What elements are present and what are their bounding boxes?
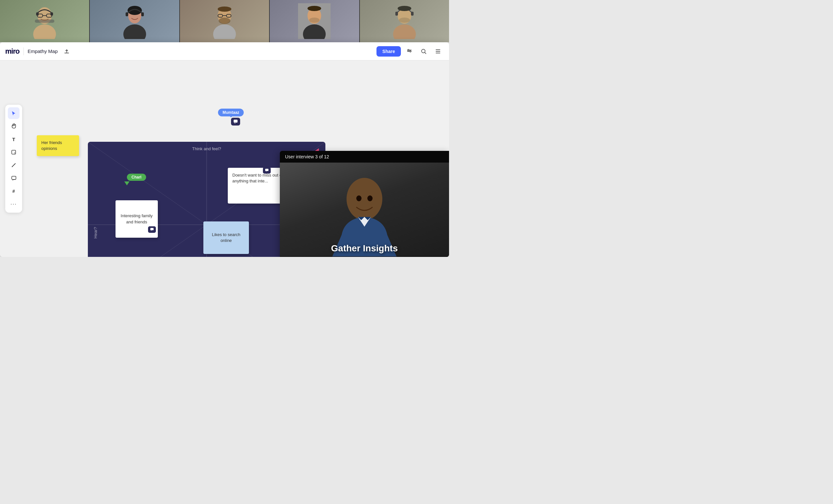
svg-point-14 (213, 24, 236, 39)
video-participant-3 (180, 0, 269, 42)
chat-icon-miss-out (263, 167, 271, 174)
video-participant-4 (270, 0, 359, 42)
video-panel-header: User interview 3 of 12 (280, 151, 449, 162)
sticky-search-online: Likes to search online (204, 222, 249, 254)
text-tool[interactable]: T (8, 133, 20, 145)
svg-point-26 (393, 24, 416, 39)
app-container: miro Empathy Map Share (0, 42, 449, 257)
svg-rect-7 (50, 12, 53, 16)
svg-point-30 (399, 18, 410, 23)
svg-rect-48 (150, 228, 153, 230)
video-participant-1 (0, 0, 89, 42)
svg-point-54 (367, 196, 373, 201)
svg-rect-49 (265, 169, 268, 171)
svg-point-19 (218, 6, 231, 12)
video-controls: ▶ 🔇 (280, 256, 449, 257)
svg-point-52 (347, 178, 382, 220)
video-participant-2 (90, 0, 179, 42)
settings-button[interactable] (404, 46, 415, 57)
miro-logo: miro (5, 47, 20, 56)
svg-rect-12 (141, 12, 144, 16)
gather-insights-text: Gather Insights (331, 243, 398, 254)
svg-point-1 (33, 24, 56, 39)
search-button[interactable] (418, 46, 429, 57)
svg-point-23 (308, 6, 321, 11)
video-call-bar (0, 0, 449, 42)
svg-rect-39 (436, 53, 440, 53)
svg-rect-27 (395, 12, 398, 16)
svg-point-9 (123, 24, 146, 39)
hand-tool[interactable] (8, 120, 20, 132)
svg-rect-42 (12, 176, 16, 179)
svg-rect-37 (436, 49, 440, 50)
svg-line-36 (425, 52, 426, 54)
svg-point-10 (127, 6, 142, 15)
toolbar-right: Share (377, 46, 444, 57)
svg-point-33 (408, 49, 409, 51)
toolbar: miro Empathy Map Share (0, 42, 449, 60)
svg-rect-38 (436, 51, 440, 52)
share-button[interactable]: Share (377, 46, 401, 56)
more-tools[interactable]: ··· (8, 198, 20, 210)
svg-rect-11 (126, 12, 128, 16)
svg-line-41 (12, 163, 15, 167)
line-tool[interactable] (8, 159, 20, 171)
video-panel-screen: Gather Insights ▶ 🔇 (280, 162, 449, 257)
select-tool[interactable] (8, 107, 20, 119)
sticky-note-outside: Her friends opinions (37, 135, 79, 156)
toolbar-left: miro Empathy Map (5, 46, 72, 56)
mumtaaz-label: Mumtaaz (218, 109, 244, 117)
svg-point-15 (219, 18, 230, 24)
charl-label: Charl (127, 174, 146, 181)
think-feel-label: Think and feel? (192, 146, 221, 151)
menu-button[interactable] (432, 46, 444, 57)
comment-tool[interactable] (8, 172, 20, 184)
svg-rect-28 (411, 12, 413, 16)
frame-tool[interactable]: # (8, 185, 20, 197)
svg-point-24 (309, 18, 319, 23)
svg-rect-40 (12, 150, 16, 154)
video-panel: User interview 3 of 12 (280, 151, 449, 257)
upload-button[interactable] (62, 46, 72, 56)
toolbar-divider (23, 48, 24, 55)
video-participant-5 (360, 0, 449, 42)
left-sidebar: T # ··· (5, 105, 22, 213)
note-tool[interactable] (8, 146, 20, 158)
board-title: Empathy Map (28, 48, 58, 54)
chat-icon-family (148, 226, 156, 233)
svg-point-34 (410, 51, 411, 52)
svg-rect-43 (234, 120, 238, 123)
svg-point-29 (398, 6, 411, 11)
svg-point-53 (356, 196, 361, 201)
canvas-area[interactable]: T # ··· (0, 60, 449, 257)
hear-label: Hear? (93, 227, 98, 239)
svg-rect-6 (36, 12, 39, 16)
